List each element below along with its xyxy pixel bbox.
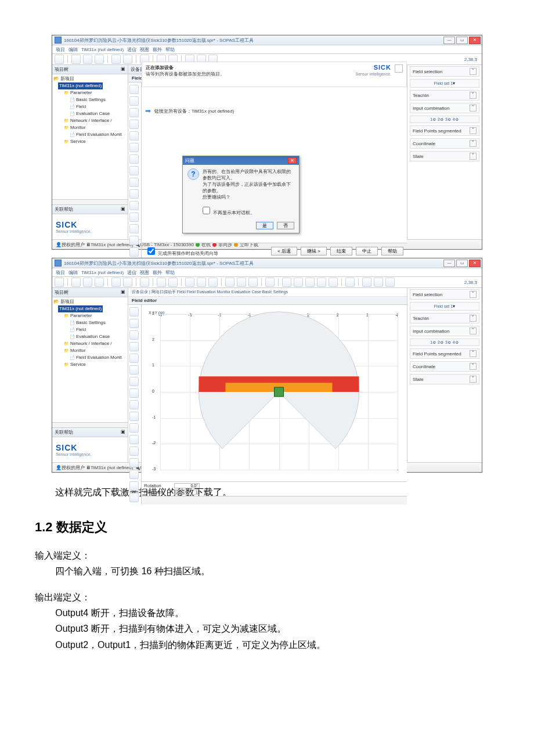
tool-icon[interactable] <box>129 388 139 398</box>
tree-network[interactable]: Network / Interface / <box>53 117 127 124</box>
row-teachin[interactable]: TeachIn˅ <box>410 313 479 323</box>
bottom-ruler-2[interactable] <box>142 496 407 505</box>
tool-select-icon[interactable] <box>129 85 139 94</box>
editor-canvas[interactable]: 问题 ✕ ? 所有的、在当前用户设限中具有写入权限的参数均已写入。 为了与该设备… <box>142 118 407 243</box>
h-scrollbar[interactable] <box>52 422 128 427</box>
wizard-help-button[interactable]: 帮助 <box>381 247 403 255</box>
tool-icon[interactable] <box>129 319 139 328</box>
tb-icon[interactable] <box>385 278 395 287</box>
tb-icon[interactable] <box>185 278 194 287</box>
collapse-icon[interactable]: ▣ <box>121 289 125 296</box>
project-tree-2[interactable]: 📂 新项目 TiM31x (not defined) Parameter Bas… <box>52 297 128 422</box>
tool-icon[interactable] <box>129 470 139 479</box>
tree-field[interactable]: Field <box>53 103 127 110</box>
tool-icon[interactable] <box>129 423 139 433</box>
menu-view[interactable]: 视图 <box>140 46 149 53</box>
tb-icon[interactable] <box>140 278 149 287</box>
tool-icon[interactable] <box>129 377 139 386</box>
tool-grid-icon[interactable] <box>129 189 139 199</box>
tb-icon[interactable] <box>317 278 326 287</box>
collapse-icon[interactable]: ▣ <box>121 66 125 73</box>
tool-icon[interactable] <box>129 493 139 502</box>
tool-ruler-icon[interactable] <box>129 201 139 210</box>
row-field-points[interactable]: Field Points segmented˅ <box>410 348 479 359</box>
tree-parameter[interactable]: Parameter <box>53 89 127 96</box>
tree-field-eval-monit[interactable]: Field Evaluation Monit <box>53 131 127 138</box>
tool-new-icon[interactable] <box>55 55 64 64</box>
menu-extra[interactable]: 额外 <box>153 46 162 53</box>
expand-icon[interactable]: ˄ <box>470 68 477 75</box>
row-teachin[interactable]: TeachIn˅ <box>410 90 479 100</box>
tool-zoomin-icon[interactable] <box>129 108 139 117</box>
tb-icon[interactable] <box>208 278 218 287</box>
pixel-input[interactable]: 1 <box>174 489 200 495</box>
tool-flag-icon[interactable] <box>129 213 139 222</box>
menu-help[interactable]: 帮助 <box>165 46 175 53</box>
tool-icon[interactable] <box>129 354 139 363</box>
help-collapse-icon[interactable]: ▣ <box>121 429 125 435</box>
window-min-button[interactable]: — <box>443 260 455 267</box>
tb-icon[interactable] <box>111 278 121 287</box>
h-scrollbar[interactable] <box>52 199 128 204</box>
tool-info2-icon[interactable] <box>129 247 139 257</box>
tb-icon[interactable] <box>55 278 64 287</box>
dialog-no-button[interactable]: 否 <box>277 222 294 229</box>
tool-zoomout-icon[interactable] <box>129 120 139 129</box>
row-field-set[interactable]: Field set 1 ▾ <box>410 302 479 311</box>
tb-icon[interactable] <box>362 278 371 287</box>
tool-back-icon[interactable] <box>111 55 121 64</box>
dialog-yes-button[interactable]: 是 <box>256 222 273 229</box>
dialog-dont-show-checkbox[interactable]: 不再显示本对话框。 <box>200 210 255 215</box>
wizard-pin-icon[interactable] <box>395 64 403 73</box>
tool-icon[interactable] <box>129 412 139 421</box>
tb-icon[interactable] <box>197 278 206 287</box>
tb-icon[interactable] <box>168 278 178 287</box>
tb-icon[interactable] <box>123 278 132 287</box>
tool-box-icon[interactable] <box>129 96 139 106</box>
tree-device[interactable]: TiM31x (not defined) <box>58 82 103 89</box>
tb-icon[interactable] <box>95 278 104 287</box>
menu-device[interactable]: TiM31x (not defined) <box>81 47 124 52</box>
tool-icon[interactable] <box>129 400 139 409</box>
tb-icon[interactable] <box>374 278 383 287</box>
tb-icon[interactable] <box>237 278 246 287</box>
tb-icon[interactable] <box>157 278 166 287</box>
tree-monitor[interactable]: Monitor <box>53 124 127 131</box>
tree-service[interactable]: Service <box>53 138 127 145</box>
tb-icon[interactable] <box>329 278 338 287</box>
dialog-close-icon[interactable]: ✕ <box>288 157 297 164</box>
tb-icon[interactable] <box>305 278 315 287</box>
window-max-button[interactable]: ▭ <box>456 37 468 44</box>
wizard-next-button[interactable]: 继续 > <box>301 247 327 255</box>
wizard-finish-button[interactable]: 结束 <box>330 247 352 255</box>
tb-icon[interactable] <box>248 278 258 287</box>
tool-icon[interactable] <box>129 435 139 444</box>
tb-icon[interactable] <box>71 278 81 287</box>
breadcrumbs[interactable]: 设备目录 | 网络扫描助手 Field Field Evaluation Mon… <box>128 288 407 297</box>
tool-fit-icon[interactable] <box>129 131 139 141</box>
tree-evaluation-case[interactable]: Evaluation Case <box>53 110 127 117</box>
menu-edit[interactable]: 编辑 <box>68 46 78 53</box>
tb-icon[interactable] <box>83 278 92 287</box>
wizard-autoclose-checkbox[interactable]: 完成所有操作时自动关闭向导 <box>145 246 218 257</box>
row-state[interactable]: State˅ <box>410 374 479 384</box>
wizard-back-button[interactable]: < 后退 <box>271 247 297 255</box>
row-field-selection[interactable]: Field selection˄ <box>410 66 479 77</box>
tool-layers2-icon[interactable] <box>129 178 139 187</box>
project-tree[interactable]: 📂 新项目 TiM31x (not defined) Parameter Bas… <box>52 74 128 199</box>
tool-icon[interactable] <box>129 447 139 456</box>
row-input-combination[interactable]: Input combination˄ <box>410 326 479 336</box>
tool-saveall-icon[interactable] <box>95 55 104 64</box>
tb-icon[interactable] <box>225 278 234 287</box>
row-state[interactable]: State˅ <box>410 151 479 161</box>
row-field-points[interactable]: Field Points segmented˅ <box>410 125 479 136</box>
tool-polygon-icon[interactable] <box>129 154 139 164</box>
tool-icon[interactable] <box>129 365 139 375</box>
window-max-button[interactable]: ▭ <box>456 260 468 267</box>
tool-icon[interactable] <box>129 342 139 351</box>
window-close-button[interactable]: ✕ <box>469 37 481 44</box>
wizard-cancel-button[interactable]: 中止 <box>356 247 378 255</box>
tool-save-icon[interactable] <box>83 55 92 64</box>
row-field-set[interactable]: Field set 1 ▾ <box>410 79 479 88</box>
window-close-button[interactable]: ✕ <box>469 260 481 267</box>
